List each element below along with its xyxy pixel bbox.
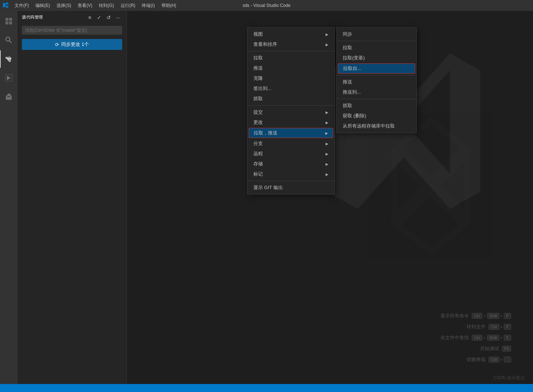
menu-pull-push[interactable]: 拉取，推送 ▶ [249, 128, 333, 138]
menu-pull-label: 拉取 [253, 55, 328, 61]
menu-tag-arrow: ▶ [326, 172, 328, 176]
submenu-push-to-label: 推送到... [343, 89, 361, 95]
kbd-plus-5: + [501, 336, 503, 340]
kbd-p: P [504, 313, 511, 319]
menu-selection[interactable]: 选择(S) [54, 1, 74, 10]
menu-branch-arrow: ▶ [326, 142, 328, 146]
menu-file[interactable]: 文件(F) [12, 1, 32, 10]
shortcut-label-debug: 开始调试 [480, 345, 499, 352]
submenu-pull-label: 拉取 [343, 44, 352, 51]
kbd-plus-4: + [483, 336, 486, 340]
kbd-ctrl-4: Ctrl [489, 357, 499, 362]
context-menu-level1: 视图 ▶ 查看和排序 ▶ 拉取 推送 克隆 签出到... 抓取 [247, 27, 335, 195]
activity-extensions[interactable] [0, 88, 17, 106]
status-bar [0, 384, 533, 392]
menu-edit[interactable]: 编辑(E) [32, 1, 53, 10]
shortcut-goto-file: 转到文件 Ctrl + P [440, 324, 511, 330]
submenu-fetch-all[interactable]: 从所有远程存储库中拉取 [337, 121, 416, 131]
menu-pull[interactable]: 拉取 [248, 53, 334, 63]
activity-explorer[interactable] [0, 12, 17, 30]
submenu-sep-1 [337, 41, 416, 41]
menu-show-git-output[interactable]: 显示 GIT 输出 [248, 183, 334, 193]
menu-checkout[interactable]: 签出到... [248, 83, 334, 94]
menu-view[interactable]: 查看(V) [75, 1, 95, 10]
submenu-push[interactable]: 推送 [337, 77, 416, 87]
activity-run[interactable] [0, 69, 17, 87]
shortcut-find: 在文件中查找 Ctrl + Shift + F [440, 334, 511, 341]
menu-clone[interactable]: 克隆 [248, 73, 334, 83]
menu-commit-label: 提交 [253, 109, 320, 115]
kbd-combo-terminal: Ctrl + ` [489, 357, 511, 362]
submenu-push-to[interactable]: 推送到... [337, 87, 416, 97]
shortcut-all-commands: 显示所有命令 Ctrl + Shift + P [440, 313, 511, 319]
menu-sort[interactable]: 查看和排序 ▶ [248, 39, 334, 50]
window-title: sds - Visual Studio Code [242, 3, 290, 8]
menu-remote[interactable]: 远程 ▶ [248, 149, 334, 159]
menu-fetch[interactable]: 抓取 [248, 94, 334, 104]
kbd-ctrl-3: Ctrl [472, 335, 482, 341]
sync-button[interactable]: ⟳ 同步更改 1个 [22, 39, 122, 50]
menu-terminal[interactable]: 终端(I) [139, 1, 157, 10]
submenu-sep-3 [337, 99, 416, 99]
vscode-icon [3, 2, 9, 9]
kbd-combo-commands: Ctrl + Shift + P [472, 313, 511, 319]
menu-tag[interactable]: 标记 ▶ [248, 169, 334, 179]
sidebar-title: 源代码管理 [22, 15, 43, 20]
stage-all-button[interactable]: ≡ [86, 13, 94, 21]
kbd-shift-1: Shift [487, 313, 499, 319]
kbd-ctrl: Ctrl [472, 313, 482, 319]
menu-clone-label: 克隆 [253, 75, 328, 82]
main-layout: 源代码管理 ≡ ✓ ↺ ··· ⟳ 同步更改 1个 [0, 11, 533, 392]
shortcut-label-find: 在文件中查找 [440, 334, 469, 341]
menu-stash-label: 存储 [253, 161, 320, 167]
menu-sort-arrow: ▶ [326, 43, 328, 47]
commit-button[interactable]: ✓ [95, 13, 103, 21]
submenu-pull-rebase[interactable]: 拉取(变基) [337, 53, 416, 63]
menu-remote-arrow: ▶ [326, 152, 328, 156]
refresh-button[interactable]: ↺ [105, 13, 113, 21]
menu-changes[interactable]: 更改 ▶ [248, 117, 334, 128]
menu-commit[interactable]: 提交 ▶ [248, 107, 334, 117]
submenu-pull-push: 同步 拉取 拉取(变基) 拉取自... 推送 推送到... 抓取 [336, 27, 417, 133]
menu-help[interactable]: 帮助(H) [159, 1, 179, 10]
kbd-plus-6: + [501, 357, 503, 362]
menu-view[interactable]: 视图 ▶ [248, 29, 334, 39]
menu-branch-label: 分支 [253, 140, 320, 147]
menu-stash[interactable]: 存储 ▶ [248, 159, 334, 169]
commit-message-input[interactable] [22, 26, 122, 35]
shortcut-debug: 开始调试 F5 [440, 345, 511, 352]
separator-1 [248, 51, 334, 51]
submenu-fetch[interactable]: 抓取 [337, 101, 416, 111]
menu-changes-arrow: ▶ [326, 121, 328, 125]
kbd-plus-1: + [483, 314, 486, 318]
submenu-fetch-prune[interactable]: 获取 (删除) [337, 111, 416, 121]
kbd-combo-goto: Ctrl + P [489, 324, 511, 330]
menu-commit-arrow: ▶ [326, 110, 328, 114]
submenu-pull-from[interactable]: 拉取自... [338, 63, 415, 74]
activity-source-control[interactable] [0, 50, 17, 68]
menu-git-output-label: 显示 GIT 输出 [253, 184, 328, 191]
menu-view-arrow: ▶ [326, 32, 328, 36]
menu-push-label: 推送 [253, 65, 328, 71]
title-bar: 文件(F) 编辑(E) 选择(S) 查看(V) 转到(G) 运行(R) 终端(I… [0, 0, 533, 11]
kbd-plus-3: + [501, 325, 503, 329]
shortcut-terminal: 切换终端 Ctrl + ` [440, 356, 511, 363]
menu-run[interactable]: 运行(R) [118, 1, 139, 10]
submenu-sync[interactable]: 同步 [337, 29, 416, 39]
menu-branch[interactable]: 分支 ▶ [248, 138, 334, 149]
submenu-pull[interactable]: 拉取 [337, 43, 416, 53]
menu-push[interactable]: 推送 [248, 63, 334, 73]
submenu-pull-from-label: 拉取自... [343, 65, 361, 72]
shortcuts-panel: 显示所有命令 Ctrl + Shift + P 转到文件 Ctrl + P 在文 [440, 313, 511, 363]
submenu-fetch-prune-label: 获取 (删除) [343, 113, 366, 119]
sidebar-header: 源代码管理 ≡ ✓ ↺ ··· [17, 11, 127, 24]
kbd-combo-find: Ctrl + Shift + F [472, 335, 511, 341]
shortcut-label-goto: 转到文件 [467, 324, 486, 330]
menu-goto[interactable]: 转到(G) [96, 1, 117, 10]
activity-search[interactable] [0, 31, 17, 49]
submenu-sep-2 [337, 75, 416, 75]
kbd-backtick: ` [504, 357, 511, 362]
sync-icon: ⟳ [55, 42, 59, 47]
more-actions-button[interactable]: ··· [114, 13, 122, 21]
submenu-pull-rebase-label: 拉取(变基) [343, 55, 365, 61]
